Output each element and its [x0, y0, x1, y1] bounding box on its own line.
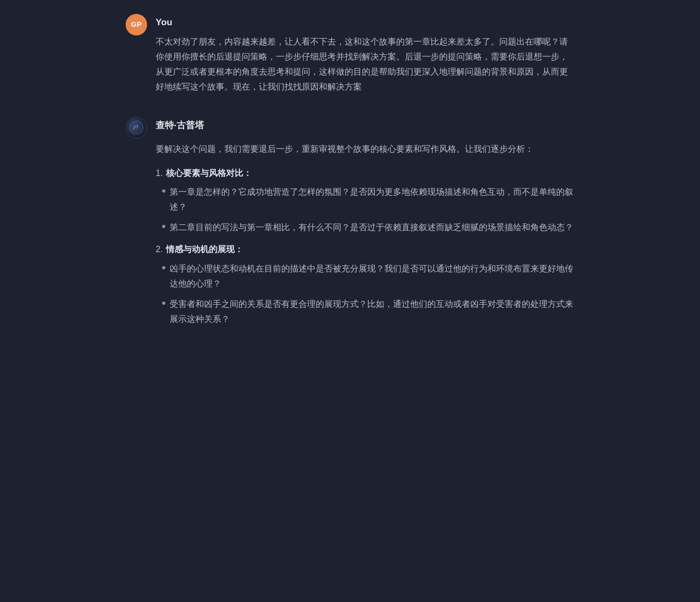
section-2-number: 2. — [156, 243, 163, 256]
section-2-header: 2. 情感与动机的展现： — [156, 243, 574, 256]
user-name: You — [156, 15, 574, 30]
chat-container: GP You 不太对劲了朋友，内容越来越差，让人看不下去，这和这个故事的第一章比… — [108, 0, 592, 369]
section-1-title: 核心要素与风格对比 — [166, 168, 243, 178]
ai-intro: 要解决这个问题，我们需要退后一步，重新审视整个故事的核心要素和写作风格。让我们逐… — [156, 142, 574, 157]
section-1-bullets: 第一章是怎样的？它成功地营造了怎样的氛围？是否因为更多地依赖现场描述和角色互动，… — [156, 185, 574, 235]
user-message-block: GP You 不太对劲了朋友，内容越来越差，让人看不下去，这和这个故事的第一章比… — [126, 13, 574, 94]
bullet-dot — [162, 225, 165, 228]
user-avatar: GP — [126, 14, 147, 35]
bullet-item: 第一章是怎样的？它成功地营造了怎样的氛围？是否因为更多地依赖现场描述和角色互动，… — [162, 185, 574, 215]
bullet-text: 受害者和凶手之间的关系是否有更合理的展现方式？比如，通过他们的互动或者凶手对受害… — [170, 297, 574, 327]
ai-message-content: 查特·古普塔 要解决这个问题，我们需要退后一步，重新审视整个故事的核心要素和写作… — [156, 116, 574, 334]
ai-avatar — [126, 117, 147, 138]
svg-point-1 — [135, 126, 138, 129]
section-1-header: 1. 核心要素与风格对比： — [156, 166, 574, 180]
section-2-colon: ： — [235, 245, 243, 254]
ai-message-block: 查特·古普塔 要解决这个问题，我们需要退后一步，重新审视整个故事的核心要素和写作… — [126, 116, 574, 334]
user-avatar-initials: GP — [131, 19, 142, 30]
numbered-list: 1. 核心要素与风格对比： 第一章是怎样的？它成功地营造了怎样的氛围？是否因为更… — [156, 166, 574, 327]
bullet-text: 第二章目前的写法与第一章相比，有什么不同？是否过于依赖直接叙述而缺乏细腻的场景描… — [170, 220, 573, 235]
bullet-text: 凶手的心理状态和动机在目前的描述中是否被充分展现？我们是否可以通过他的行为和环境… — [170, 261, 574, 291]
bullet-item: 第二章目前的写法与第一章相比，有什么不同？是否过于依赖直接叙述而缺乏细腻的场景描… — [162, 220, 574, 235]
numbered-item-1: 1. 核心要素与风格对比： 第一章是怎样的？它成功地营造了怎样的氛围？是否因为更… — [156, 166, 574, 235]
section-2-title: 情感与动机的展现 — [166, 245, 235, 254]
bullet-item: 受害者和凶手之间的关系是否有更合理的展现方式？比如，通过他们的互动或者凶手对受害… — [162, 297, 574, 327]
section-2-bullets: 凶手的心理状态和动机在目前的描述中是否被充分展现？我们是否可以通过他的行为和环境… — [156, 261, 574, 327]
bullet-item: 凶手的心理状态和动机在目前的描述中是否被充分展现？我们是否可以通过他的行为和环境… — [162, 261, 574, 291]
section-1-number: 1. — [156, 166, 163, 180]
bullet-dot — [162, 189, 165, 193]
user-message-content: You 不太对劲了朋友，内容越来越差，让人看不下去，这和这个故事的第一章比起来差… — [156, 13, 574, 94]
ai-avatar-inner — [126, 117, 147, 138]
section-1-colon: ： — [243, 168, 252, 178]
bullet-dot — [162, 266, 165, 269]
ai-avatar-icon — [129, 121, 143, 135]
ai-name: 查特·古普塔 — [156, 118, 574, 133]
user-message-text: 不太对劲了朋友，内容越来越差，让人看不下去，这和这个故事的第一章比起来差太多了。… — [156, 34, 574, 94]
numbered-item-2: 2. 情感与动机的展现： 凶手的心理状态和动机在目前的描述中是否被充分展现？我们… — [156, 243, 574, 326]
bullet-dot — [162, 302, 165, 305]
ai-section: 要解决这个问题，我们需要退后一步，重新审视整个故事的核心要素和写作风格。让我们逐… — [156, 142, 574, 327]
bullet-text: 第一章是怎样的？它成功地营造了怎样的氛围？是否因为更多地依赖现场描述和角色互动，… — [170, 185, 574, 215]
